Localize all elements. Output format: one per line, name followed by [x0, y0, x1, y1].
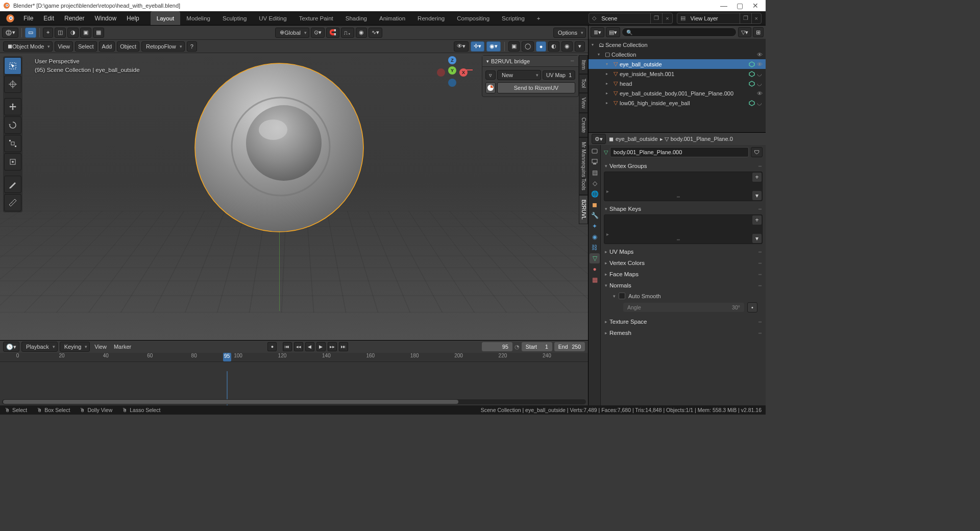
shape-keys-list[interactable]: ▸┅ + ▾	[604, 214, 763, 244]
help-icon[interactable]: ?	[187, 41, 197, 52]
ptab-particles[interactable]: ✦	[590, 221, 600, 231]
clock-icon[interactable]: ◔	[514, 344, 520, 350]
gizmo-rotate-icon[interactable]: ◑	[67, 28, 79, 38]
play-reverse-icon[interactable]: ◀	[305, 342, 314, 351]
visibility-eye-icon[interactable]: 👁	[755, 61, 764, 67]
tree-row[interactable]: ▾▽eye_ball_outside👁	[589, 59, 766, 69]
jump-prev-key-icon[interactable]: ◂◂	[294, 342, 303, 351]
autokey-icon[interactable]: ●	[267, 342, 277, 351]
panel-normals[interactable]: Normals┅	[604, 280, 763, 291]
tree-row[interactable]: ▾▢Collection👁	[589, 50, 766, 59]
keying-dropdown[interactable]: Keying	[60, 342, 90, 352]
outliner-display-icon[interactable]: ▤▾	[606, 27, 620, 37]
angle-field[interactable]: Angle30°	[623, 303, 744, 312]
axis-neg-z[interactable]	[448, 79, 456, 87]
vg-specials-icon[interactable]: ▾	[752, 191, 762, 200]
play-icon[interactable]: ▶	[316, 342, 326, 351]
proportional-toggle-icon[interactable]: ◉	[356, 28, 367, 38]
ptab-object[interactable]: ◼	[590, 200, 600, 210]
ntab-create[interactable]: Create	[579, 113, 588, 137]
tree-row[interactable]: ▸▽eye_ball_outside_body.001_Plane_Plane.…	[589, 88, 766, 98]
tool-measure[interactable]	[4, 194, 21, 211]
axis-neg-x[interactable]	[437, 68, 445, 77]
pivot-icon[interactable]: ⊙▾	[311, 28, 325, 38]
ptab-output[interactable]	[590, 157, 600, 167]
menu-select[interactable]: Select	[75, 41, 97, 52]
tree-scene-collection[interactable]: ▾🗂 Scene Collection	[589, 40, 766, 50]
send-to-rizomuv-button[interactable]: Send to RizomUV	[497, 82, 575, 93]
select-mode-tweak-icon[interactable]: ▭	[25, 28, 36, 38]
visibility-eye-icon[interactable]: 👁	[755, 90, 764, 96]
ws-scripting[interactable]: Scripting	[496, 11, 531, 25]
menu-add[interactable]: Add	[99, 41, 115, 52]
viewlayer-remove-icon[interactable]: ×	[751, 13, 761, 23]
tool-rotate[interactable]	[4, 116, 21, 134]
panel-uv-maps[interactable]: UV Maps┅	[604, 246, 763, 257]
jump-start-icon[interactable]: ⏮	[283, 342, 292, 351]
browse-uvmap-icon[interactable]: ▿	[485, 70, 496, 80]
mesh-name-input[interactable]	[610, 147, 749, 157]
timeline-body[interactable]	[0, 362, 588, 405]
blender-icon[interactable]	[5, 13, 15, 23]
tool-scale[interactable]	[4, 135, 21, 152]
viewport-3d[interactable]: User Perspective (95) Scene Collection |…	[0, 53, 588, 340]
vertex-groups-list[interactable]: ▸┅ + ▾	[604, 172, 763, 201]
snap-toggle-icon[interactable]: 🧲	[326, 28, 339, 38]
ws-layout[interactable]: Layout	[151, 11, 181, 25]
ntab-tool[interactable]: Tool	[579, 74, 588, 92]
shading-dropdown-icon[interactable]: ▾	[575, 41, 585, 52]
n-panel-header[interactable]: B2RUVL bridge ┅	[482, 56, 578, 67]
angle-reset-icon[interactable]: •	[747, 302, 757, 312]
tree-row[interactable]: ▸▽head◡	[589, 79, 766, 88]
ws-modeling[interactable]: Modeling	[180, 11, 216, 25]
ptab-viewlayer[interactable]: ▤	[590, 167, 600, 178]
start-frame-field[interactable]: Start1	[522, 342, 552, 351]
timeline-scroll-thumb[interactable]	[3, 400, 458, 404]
tool-select-box[interactable]	[4, 57, 21, 75]
ptab-physics[interactable]: ◉	[590, 232, 600, 242]
panel-shape-keys[interactable]: Shape Keys┅	[604, 203, 763, 214]
tl-menu-marker[interactable]: Marker	[111, 342, 134, 352]
mode-dropdown[interactable]: ◼ Object Mode	[3, 41, 53, 52]
gizmo-scale-icon[interactable]: ▣	[80, 28, 91, 38]
ws-compositing[interactable]: Compositing	[451, 11, 496, 25]
shield-icon[interactable]: 🛡	[751, 147, 763, 157]
tool-move[interactable]	[4, 98, 21, 115]
menu-edit[interactable]: Edit	[38, 13, 59, 24]
ntab-mrmannequins[interactable]: Mr Mannequins Tools	[579, 137, 588, 195]
end-frame-field[interactable]: End250	[554, 342, 585, 351]
ptab-render[interactable]	[590, 146, 600, 156]
viewlayer-browse-icon[interactable]: ❐	[740, 13, 751, 23]
scene-browse-icon[interactable]: ❐	[650, 13, 662, 23]
shading-wireframe-icon[interactable]: ◯	[522, 41, 534, 52]
tree-row[interactable]: ▸▽eye_inside_Mesh.001◡	[589, 69, 766, 79]
ntab-view[interactable]: View	[579, 93, 588, 113]
proportional-dropdown-icon[interactable]: ∿▾	[369, 28, 382, 38]
axis-z[interactable]: Z	[448, 56, 456, 64]
ws-rendering[interactable]: Rendering	[411, 11, 451, 25]
playback-dropdown[interactable]: Playback	[21, 342, 58, 352]
ntab-b2ruvl[interactable]: B2RUVL	[579, 195, 588, 224]
tool-cursor[interactable]	[4, 76, 21, 93]
tool-transform[interactable]	[4, 153, 21, 171]
ptab-modifiers[interactable]: 🔧	[590, 210, 600, 221]
scene-remove-icon[interactable]: ×	[662, 13, 672, 23]
eyeball-mesh[interactable]	[194, 62, 364, 233]
visibility-eye-icon[interactable]: ◡	[755, 70, 764, 77]
gizmo-visibility-icon[interactable]: ✢▾	[471, 41, 484, 52]
ws-texturepaint[interactable]: Texture Paint	[293, 11, 339, 25]
sk-specials-icon[interactable]: ▾	[752, 234, 762, 243]
maximize-button[interactable]: ▢	[737, 2, 743, 10]
orientation-dropdown[interactable]: ⊕ Global	[275, 28, 309, 38]
options-dropdown[interactable]: Options	[553, 28, 586, 38]
outliner-new-collection-icon[interactable]: ⊞	[753, 27, 764, 37]
outliner-editor-icon[interactable]: ≣▾	[591, 27, 604, 37]
panel-vertex-groups[interactable]: Vertex Groups┅	[604, 160, 763, 172]
editor-type-icon[interactable]: ▾	[2, 28, 18, 38]
playhead[interactable]: 95	[223, 353, 231, 361]
uvmap-name-field[interactable]: UV Map1	[543, 70, 575, 80]
uvmap-new-dropdown[interactable]: New	[497, 70, 541, 80]
ws-add[interactable]: +	[531, 11, 547, 25]
menu-render[interactable]: Render	[59, 13, 89, 24]
outliner-search[interactable]: 🔍	[622, 28, 737, 37]
